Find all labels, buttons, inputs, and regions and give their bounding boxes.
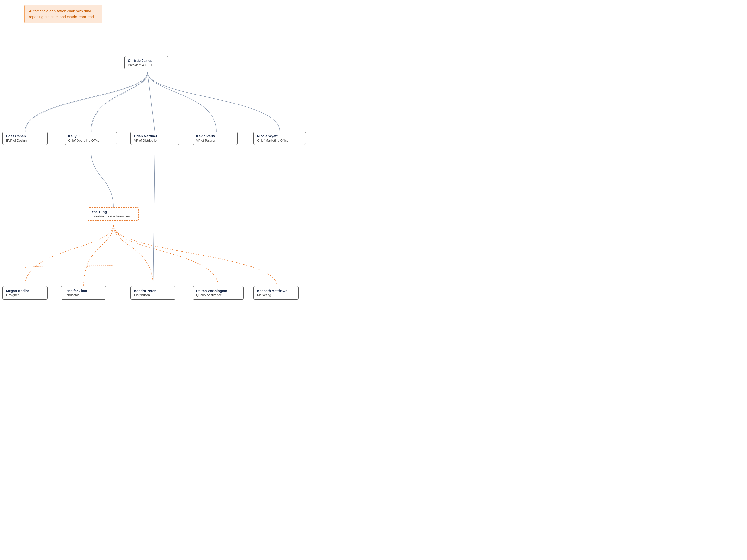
kenneth-title: Marketing [257, 293, 295, 297]
dalton-title: Quality Assurance [196, 293, 240, 297]
node-boaz[interactable]: Boaz Cohen EVP of Design [2, 132, 48, 145]
kendra-title: Distribution [134, 293, 172, 297]
node-ceo[interactable]: Christie James President & CEO [124, 56, 168, 70]
node-kelly[interactable]: Kelly Li Chief Operating Officer [65, 132, 117, 145]
node-nicole[interactable]: Nicole Wyatt Chief Marketing Officer [254, 132, 306, 145]
node-dalton[interactable]: Dalton Washington Quality Assurance [192, 286, 244, 300]
megan-title: Designer [6, 293, 44, 297]
node-brian[interactable]: Brian Martinez VP of Distribution [130, 132, 179, 145]
boaz-name: Boaz Cohen [6, 134, 44, 138]
node-kenneth[interactable]: Kenneth Matthews Marketing [254, 286, 299, 300]
kelly-title: Chief Operating Officer [68, 139, 113, 142]
brian-name: Brian Martinez [134, 134, 176, 138]
node-megan[interactable]: Megan Medina Designer [2, 286, 48, 300]
brian-title: VP of Distribution [134, 139, 176, 142]
jennifer-name: Jennifer Zhao [65, 289, 102, 293]
node-kevin[interactable]: Kevin Perry VP of Testing [192, 132, 238, 145]
yaotung-title: Industrial Device Team Lead [92, 214, 135, 218]
megan-name: Megan Medina [6, 289, 44, 293]
dalton-name: Dalton Washington [196, 289, 240, 293]
kenneth-name: Kenneth Matthews [257, 289, 295, 293]
node-kendra[interactable]: Kendra Perez Distribution [130, 286, 176, 300]
org-chart: Christie James President & CEO Boaz Cohe… [0, 0, 747, 536]
ceo-name: Christie James [128, 59, 164, 62]
node-jennifer[interactable]: Jennifer Zhao Fabricator [61, 286, 106, 300]
nicole-title: Chief Marketing Officer [257, 139, 302, 142]
jennifer-title: Fabricator [65, 293, 102, 297]
connections-svg [0, 0, 747, 536]
ceo-title: President & CEO [128, 63, 164, 67]
kendra-name: Kendra Perez [134, 289, 172, 293]
node-yaotung[interactable]: Yao Tung Industrial Device Team Lead [88, 207, 139, 221]
kelly-name: Kelly Li [68, 134, 113, 138]
yaotung-name: Yao Tung [92, 210, 135, 214]
kevin-name: Kevin Perry [196, 134, 234, 138]
nicole-name: Nicole Wyatt [257, 134, 302, 138]
kevin-title: VP of Testing [196, 139, 234, 142]
boaz-title: EVP of Design [6, 139, 44, 142]
